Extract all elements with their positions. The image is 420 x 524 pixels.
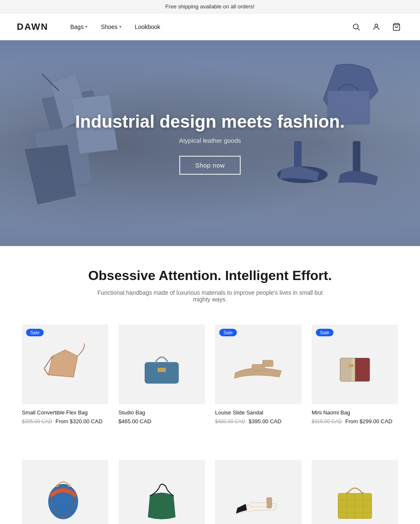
- svg-point-2: [375, 24, 378, 27]
- price-current-3: $395.00 CAD: [249, 418, 281, 424]
- svg-rect-39: [361, 492, 364, 495]
- svg-point-0: [353, 24, 358, 29]
- cart-button[interactable]: [390, 20, 403, 34]
- main-nav: Bags ▾ Shoes ▾ Lookbook: [65, 20, 349, 34]
- section-subtitle: Functional handbags made of luxurious ma…: [92, 289, 328, 303]
- price-current-4: From $299.00 CAD: [345, 418, 392, 424]
- product-image-7: [231, 481, 286, 519]
- cart-icon: [392, 23, 401, 31]
- nav-label-lookbook: Lookbook: [135, 24, 160, 30]
- sale-badge-1: Sale: [26, 329, 44, 336]
- product-card-5[interactable]: Helix $470.00 CAD: [17, 455, 113, 524]
- product-image-wrap-1: Sale: [22, 325, 108, 404]
- product-card-8[interactable]: Brick $385.00 CAD: [307, 455, 403, 524]
- hero-content: Industrial design meets fashion. Atypica…: [75, 112, 345, 175]
- svg-rect-25: [349, 364, 354, 367]
- product-image-2: [136, 339, 187, 390]
- nav-item-shoes[interactable]: Shoes ▾: [96, 20, 126, 34]
- hero-subtitle: Atypical leather goods: [75, 137, 345, 144]
- sale-badge-4: Sale: [316, 329, 333, 336]
- svg-rect-19: [158, 368, 166, 372]
- header-icons: [349, 20, 403, 34]
- section-title: Obsessive Attention. Intelligent Effort.: [17, 268, 403, 283]
- product-card-3[interactable]: Sale Louise Slide Sandal $430.00 CAD $39…: [210, 320, 307, 430]
- product-image-wrap-2: [118, 325, 205, 404]
- product-grid-row1: Sale Small Convertible Flex Bag $395.00 …: [0, 311, 420, 446]
- price-current-2: $465.00 CAD: [118, 418, 151, 424]
- price-original-4: $315.00 CAD: [312, 419, 342, 424]
- product-card-7[interactable]: Pleated Heel Mule $495.00 CAD: [210, 455, 307, 524]
- shop-now-button[interactable]: Shop now: [179, 156, 241, 175]
- product-image-6: [136, 474, 187, 524]
- nav-item-lookbook[interactable]: Lookbook: [130, 20, 165, 34]
- price-original-3: $430.00 CAD: [215, 419, 245, 424]
- nav-label-bags: Bags: [70, 24, 84, 30]
- product-image-wrap-3: Sale: [215, 325, 302, 404]
- search-icon: [352, 23, 360, 31]
- svg-line-1: [358, 28, 360, 30]
- product-grid-row2: Helix $470.00 CAD Bo Ivy $390.00 CAD: [0, 446, 420, 524]
- product-card-1[interactable]: Sale Small Convertible Flex Bag $395.00 …: [17, 320, 113, 430]
- hero-section: Industrial design meets fashion. Atypica…: [0, 40, 420, 246]
- product-image-wrap-5: [22, 460, 108, 524]
- search-button[interactable]: [349, 20, 363, 34]
- product-name-4: Mini Naomi Bag: [312, 409, 398, 416]
- product-card-2[interactable]: Studio Bag $465.00 CAD: [113, 320, 210, 430]
- product-image-wrap-4: Sale: [312, 325, 398, 404]
- product-image-4: [330, 339, 380, 390]
- hero-title: Industrial design meets fashion.: [75, 112, 345, 132]
- product-image-8: [330, 474, 380, 524]
- nav-item-bags[interactable]: Bags ▾: [65, 20, 92, 34]
- svg-rect-24: [352, 358, 355, 381]
- svg-rect-38: [346, 492, 349, 495]
- svg-rect-28: [68, 485, 70, 487]
- nav-label-shoes: Shoes: [101, 24, 118, 30]
- product-name-3: Louise Slide Sandal: [215, 409, 302, 416]
- product-pricing-1: $395.00 CAD From $320.00 CAD: [22, 418, 108, 424]
- product-image-1: [40, 339, 90, 390]
- product-name-2: Studio Bag: [118, 409, 205, 416]
- svg-marker-7: [25, 145, 76, 204]
- svg-line-17: [44, 369, 48, 375]
- svg-rect-30: [250, 503, 267, 507]
- product-image-3: [231, 346, 286, 383]
- sale-badge-3: Sale: [219, 329, 237, 336]
- svg-rect-21: [262, 360, 273, 367]
- chevron-down-icon: ▾: [119, 24, 121, 29]
- section-heading: Obsessive Attention. Intelligent Effort.…: [0, 246, 420, 311]
- product-image-5: [40, 474, 90, 524]
- chevron-down-icon: ▾: [85, 24, 87, 29]
- product-card-6[interactable]: Bo Ivy $390.00 CAD: [113, 455, 210, 524]
- product-name-1: Small Convertible Flex Bag: [22, 409, 108, 416]
- svg-rect-27: [56, 485, 59, 487]
- header: DAWN Bags ▾ Shoes ▾ Lookbook: [0, 13, 420, 40]
- account-icon: [372, 23, 381, 31]
- product-card-4[interactable]: Sale Mini Naomi Bag $315.00 CAD From $29…: [307, 320, 403, 430]
- product-image-wrap-7: [215, 460, 302, 524]
- product-image-wrap-8: [312, 460, 398, 524]
- svg-rect-29: [267, 498, 272, 508]
- product-pricing-3: $430.00 CAD $395.00 CAD: [215, 418, 302, 424]
- account-button[interactable]: [370, 20, 383, 34]
- product-pricing-4: $315.00 CAD From $299.00 CAD: [312, 418, 398, 424]
- product-image-wrap-6: [118, 460, 205, 524]
- price-original-1: $395.00 CAD: [22, 419, 52, 424]
- announcement-bar: Free shipping available on all orders!: [0, 0, 420, 13]
- svg-marker-15: [48, 350, 78, 377]
- announcement-text: Free shipping available on all orders!: [165, 3, 255, 10]
- svg-rect-18: [145, 362, 178, 383]
- logo[interactable]: DAWN: [17, 21, 48, 32]
- price-current-1: From $320.00 CAD: [55, 418, 102, 424]
- product-pricing-2: $465.00 CAD: [118, 418, 205, 424]
